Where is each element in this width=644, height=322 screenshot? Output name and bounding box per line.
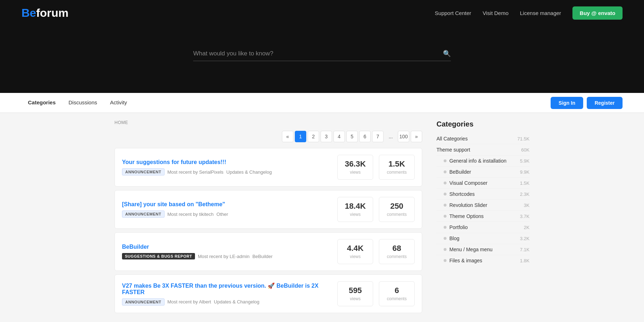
category-name[interactable]: Portfolio bbox=[436, 224, 468, 230]
comments-stat: 68 comments bbox=[379, 239, 415, 264]
views-value: 595 bbox=[341, 286, 370, 295]
breadcrumb-home[interactable]: HOME bbox=[114, 120, 128, 125]
category-count: 9.9K bbox=[520, 169, 530, 175]
topic-recent: Most recent by tikitech bbox=[167, 212, 214, 217]
topic-category: BeBuilder bbox=[252, 254, 272, 259]
page-5[interactable]: 5 bbox=[346, 131, 358, 142]
topic-meta: ANNOUNCEMENT Most recent by SerialPixels… bbox=[122, 168, 330, 175]
category-count: 2.3K bbox=[520, 192, 530, 197]
table-row: V27 makes Be 3X FASTER than the previous… bbox=[114, 274, 422, 313]
nav-tabs: Categories Discussions Activity bbox=[21, 93, 133, 113]
search-button[interactable]: 🔍 bbox=[443, 50, 451, 58]
topic-stats: 595 views 6 comments bbox=[337, 281, 415, 306]
topic-recent: Most recent by SerialPixels bbox=[167, 169, 224, 175]
topic-left: BeBuilder SUGGESTIONS & BUGS REPORT Most… bbox=[122, 244, 330, 259]
list-item: BeBuilder 9.9K bbox=[436, 167, 530, 178]
views-stat: 4.4K views bbox=[337, 239, 373, 264]
list-item: Blog 3.2K bbox=[436, 233, 530, 244]
list-item: Revolution Slider 3K bbox=[436, 200, 530, 211]
topic-title[interactable]: [Share] your site based on "Betheme" bbox=[122, 201, 330, 208]
category-name[interactable]: Theme Options bbox=[436, 213, 484, 219]
topic-badge: ANNOUNCEMENT bbox=[122, 168, 165, 175]
category-name[interactable]: All Categories bbox=[436, 136, 468, 142]
category-name[interactable]: Visual Composer bbox=[436, 180, 487, 186]
tab-discussions[interactable]: Discussions bbox=[62, 93, 104, 113]
views-value: 4.4K bbox=[341, 244, 370, 253]
topic-stats: 18.4K views 250 comments bbox=[337, 197, 415, 222]
comments-stat: 250 comments bbox=[379, 197, 415, 222]
comments-label: comments bbox=[387, 212, 406, 217]
comments-value: 1.5K bbox=[382, 159, 411, 169]
nav-license-manager[interactable]: License manager bbox=[520, 10, 561, 16]
main-content: HOME « 1 2 3 4 5 6 7 ... 100 » bbox=[107, 113, 537, 322]
page-prev[interactable]: « bbox=[282, 131, 293, 142]
category-count: 1.8K bbox=[520, 258, 530, 263]
topic-left: [Share] your site based on "Betheme" ANN… bbox=[122, 201, 330, 218]
pagination: « 1 2 3 4 5 6 7 ... 100 » bbox=[114, 131, 422, 142]
page-dots: ... bbox=[385, 131, 396, 142]
sidebar: Categories All Categories 71.5K Theme su… bbox=[436, 120, 530, 317]
page-4[interactable]: 4 bbox=[333, 131, 345, 142]
topic-category: Updates & Changelog bbox=[214, 299, 259, 304]
category-count: 71.5K bbox=[517, 136, 530, 142]
search-area: 🔍 bbox=[193, 46, 451, 61]
topic-badge: ANNOUNCEMENT bbox=[122, 298, 165, 306]
topic-stats: 36.3K views 1.5K comments bbox=[337, 155, 415, 180]
category-name[interactable]: Theme support bbox=[436, 147, 470, 153]
topic-title[interactable]: Your suggestions for future updates!!! bbox=[122, 159, 330, 165]
page-100[interactable]: 100 bbox=[398, 131, 409, 142]
views-label: views bbox=[350, 170, 361, 175]
content-area: HOME « 1 2 3 4 5 6 7 ... 100 » bbox=[114, 120, 422, 317]
header-top: Beforum Support Center Visit Demo Licens… bbox=[0, 0, 644, 26]
sidebar-title: Categories bbox=[436, 120, 530, 128]
category-name[interactable]: General info & installation bbox=[436, 158, 507, 164]
topic-title[interactable]: V27 makes Be 3X FASTER than the previous… bbox=[122, 282, 330, 296]
buy-button[interactable]: Buy @ envato bbox=[572, 6, 623, 20]
page-7[interactable]: 7 bbox=[372, 131, 384, 142]
category-name[interactable]: Menu / Mega menu bbox=[436, 247, 493, 252]
list-item: Visual Composer 1.5K bbox=[436, 178, 530, 189]
category-name[interactable]: BeBuilder bbox=[436, 169, 471, 175]
comments-stat: 6 comments bbox=[379, 281, 415, 306]
comments-stat: 1.5K comments bbox=[379, 155, 415, 180]
page-1[interactable]: 1 bbox=[295, 131, 306, 142]
page-3[interactable]: 3 bbox=[321, 131, 332, 142]
topic-meta: ANNOUNCEMENT Most recent by tikitech Oth… bbox=[122, 210, 330, 218]
category-name[interactable]: Revolution Slider bbox=[436, 202, 487, 208]
signin-button[interactable]: Sign In bbox=[551, 97, 583, 109]
nav-visit-demo[interactable]: Visit Demo bbox=[483, 10, 508, 16]
topic-title[interactable]: BeBuilder bbox=[122, 244, 330, 250]
topic-left: Your suggestions for future updates!!! A… bbox=[122, 159, 330, 175]
tab-categories[interactable]: Categories bbox=[21, 93, 62, 113]
topic-recent: Most recent by Albert bbox=[167, 299, 211, 304]
register-button[interactable]: Register bbox=[587, 97, 623, 109]
category-count: 1.5K bbox=[520, 180, 530, 186]
nav-support-center[interactable]: Support Center bbox=[435, 10, 471, 16]
list-item: Theme Options 3.7K bbox=[436, 211, 530, 222]
list-item: Shortcodes 2.3K bbox=[436, 189, 530, 200]
page-6[interactable]: 6 bbox=[359, 131, 371, 142]
tab-activity[interactable]: Activity bbox=[104, 93, 134, 113]
table-row: Your suggestions for future updates!!! A… bbox=[114, 148, 422, 187]
topic-meta: ANNOUNCEMENT Most recent by Albert Updat… bbox=[122, 298, 330, 306]
views-stat: 36.3K views bbox=[337, 155, 373, 180]
topic-category: Updates & Changelog bbox=[226, 169, 272, 175]
list-item: Menu / Mega menu 7.1K bbox=[436, 244, 530, 255]
header-nav: Support Center Visit Demo License manage… bbox=[435, 6, 623, 20]
page-next[interactable]: » bbox=[411, 131, 422, 142]
category-count: 3K bbox=[524, 203, 530, 208]
topic-badge: SUGGESTIONS & BUGS REPORT bbox=[122, 253, 195, 259]
nav-bar: Categories Discussions Activity Sign In … bbox=[0, 93, 644, 113]
comments-label: comments bbox=[387, 296, 406, 301]
page-2[interactable]: 2 bbox=[308, 131, 319, 142]
category-name[interactable]: Shortcodes bbox=[436, 191, 475, 197]
category-count: 60K bbox=[521, 147, 530, 153]
topic-left: V27 makes Be 3X FASTER than the previous… bbox=[122, 282, 330, 306]
views-value: 18.4K bbox=[341, 202, 370, 211]
views-label: views bbox=[350, 254, 361, 259]
views-stat: 18.4K views bbox=[337, 197, 373, 222]
category-name[interactable]: Blog bbox=[436, 236, 459, 241]
category-name[interactable]: Files & images bbox=[436, 258, 482, 263]
search-input[interactable] bbox=[193, 46, 451, 61]
views-label: views bbox=[350, 296, 361, 301]
